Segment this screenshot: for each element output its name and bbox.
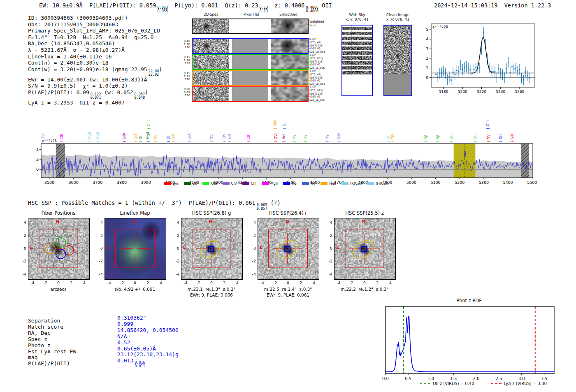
cutout-y-tick-label: -2 — [172, 259, 179, 263]
cutout-x-tick-label: 4 — [157, 281, 165, 285]
info-line-text: P(LAE)/P(OII): 0.09 — [28, 89, 89, 95]
info-line-text: F=1.4" T=0.128 N=1.25 A=0.94 g=25.0 — [28, 34, 153, 40]
line-marker-SiIV: } SiIV — [273, 120, 277, 130]
info-line-text: Primary Spec_Slot_IFU_AMP: 025_076_032_L… — [28, 28, 160, 34]
spec2d-row-smoothed-image — [271, 55, 308, 69]
info-line-text: Cont(w) = 3.20(±0.09)e-18 (gmag 22.95 — [28, 66, 147, 72]
line-marker-OIII: } OIII — [473, 134, 477, 143]
match-row-value: N/A — [117, 334, 127, 340]
summary-header-stacked-value: 0.230.23 — [260, 6, 268, 13]
cutout-y-tick-label: -4 — [325, 272, 332, 276]
cutout-x-tick-label: 0 — [361, 281, 368, 285]
legend-label: Lyα — [172, 181, 179, 186]
cutout-x-tick-label: 2 — [221, 281, 228, 285]
main-x-tick-label: 3800 — [117, 180, 127, 185]
cutout-caption-1: m:23.1 re:1.3" s:0.2" — [170, 287, 253, 292]
photz-x-tick-label: 2.0 — [473, 376, 479, 380]
legend-swatch — [341, 182, 348, 185]
inset-y-tick-label: 4 — [426, 37, 428, 41]
full-spectrum-chart: 3500360037003800390040004100420043004400… — [36, 109, 538, 189]
line-marker-MgII: } MgII — [96, 132, 100, 143]
legend-swatch — [321, 182, 327, 185]
spec2d-row-left-value: 130 — [180, 94, 190, 97]
legend-item: HeII — [321, 181, 336, 186]
inset-data-point — [456, 70, 458, 71]
main-x-tick-label: 3600 — [69, 180, 79, 185]
aperture-ellipse — [274, 237, 300, 262]
match-row-value: 0.999 — [117, 321, 133, 327]
cutout-x-tick-label: -4 — [335, 281, 342, 285]
center-blue-box — [361, 246, 367, 252]
inset-data-point — [515, 67, 516, 69]
line-marker-SiIV: } SiIV — [122, 133, 126, 143]
inset-data-point — [494, 71, 495, 72]
hsc-header-text: (r) — [267, 199, 281, 206]
cutout-y-tick-label: 0 — [172, 246, 179, 251]
legend-label: (K)CaII — [350, 181, 362, 186]
inset-data-point — [529, 77, 530, 79]
spec2d-row-2d-image — [193, 87, 229, 101]
line-marker-OIII: } OIII — [499, 134, 503, 143]
inset-data-point — [460, 65, 461, 66]
legend-item: Lyα — [164, 181, 179, 186]
photz-legend-label: OII z (VIRUS) = 0.40 — [433, 381, 474, 386]
hsc-header-text: HSC-SSP : Possible Matches = 1 (within +… — [28, 199, 188, 206]
with-sky-title: With Skyx, y: 878, 41 — [334, 13, 380, 22]
summary-header-text: P(Lyα): 0.001 Q(z): 0.23 — [168, 2, 258, 9]
line-marker-SiIV: } SiIV — [337, 133, 341, 143]
info-line: Cont(n) = 2.40(±0.30)e-18 — [28, 60, 162, 66]
spec2d-row-smoothed-image — [271, 71, 308, 85]
cutout-x-tick-label: 2 — [297, 281, 304, 285]
spec2d-row-left-value: 110 — [180, 46, 190, 49]
cutout-caption-2: EWr: 9, PLAE: 0.066 — [170, 292, 253, 297]
match-row-value-text: N/A — [117, 333, 127, 339]
line-marker-LyA: } LyA — [187, 133, 191, 143]
spec2d-row-smoothed-image — [271, 87, 308, 101]
inset-data-point — [483, 32, 484, 33]
north-label: N — [209, 220, 212, 224]
match-row-value: 0.310362" — [117, 315, 146, 321]
info-line: Cont(w) = 3.20(±0.09)e-18 (gmag 22.9522.… — [28, 66, 162, 77]
elixer-report-page: EW: 10.9±0.9Å P(LAE)/P(OII): 0.0590.0630… — [0, 0, 576, 392]
north-label: N — [132, 220, 136, 224]
fiber-circle — [44, 260, 54, 271]
photz-x-tick-label: 2.5 — [496, 376, 502, 380]
legend-label: Hβ — [292, 181, 297, 186]
spec2d-row-left-value: 129 — [180, 62, 190, 65]
match-row-label: Photo z — [28, 343, 51, 349]
inset-y-tick-label: 3 — [426, 47, 428, 51]
match-row-value: 14.856420, 0.054500 — [117, 327, 179, 334]
match-row-sub: 0.011 — [135, 364, 145, 368]
info-line-stacked-value: 0.0570.048 — [135, 93, 145, 100]
cutout-y-tick-label: -4 — [95, 272, 103, 276]
main-x-tick-label: 5300 — [479, 180, 489, 185]
spec2d-row-pixelflat-image — [232, 55, 268, 69]
match-row-label: Separation — [28, 318, 60, 324]
line-marker-Hβ: } Hβ — [436, 135, 440, 143]
main-x-tick-label: 3900 — [141, 180, 151, 185]
hsc-header-stacked-value: 0.0650.057 — [257, 203, 267, 210]
cutout-x-tick-label: 2 — [144, 281, 151, 285]
line-marker-NV: } NV — [209, 135, 214, 143]
line-marker-CIII: } CIII — [60, 134, 64, 143]
legend-item: CIII — [242, 181, 256, 186]
inset-x-tick-label: 5220 — [477, 90, 486, 94]
cutout-y-tick-label: 2 — [95, 233, 103, 238]
info-line: ID: 3000394603 (3000394603.pdf) — [28, 15, 162, 21]
spec2d-row-left-labels: 0.080.65130 — [180, 88, 190, 97]
inset-data-point — [527, 75, 528, 77]
match-row-value-text: 0.65(±0.05)Å — [117, 346, 156, 352]
cutout-x-tick-label: 2 — [374, 281, 381, 285]
legend-swatch — [367, 182, 374, 185]
info-line-text: ) — [145, 89, 148, 95]
line-marker-Hβ: } Hβ — [424, 135, 428, 143]
inset-data-point — [479, 67, 481, 69]
photz-pdf-chart: 0.00.51.01.52.02.53.03.5 — [381, 304, 562, 380]
cutout-caption-1: arcsecs — [17, 287, 100, 292]
match-row-label: RA, Dec — [28, 330, 51, 336]
inset-data-point — [521, 77, 522, 79]
line-marker-HeII: } HeII — [282, 132, 286, 143]
legend-label: CIV — [231, 181, 237, 186]
cutout-y-tick-label: 4 — [172, 220, 179, 225]
cutout-red-box — [345, 229, 384, 268]
